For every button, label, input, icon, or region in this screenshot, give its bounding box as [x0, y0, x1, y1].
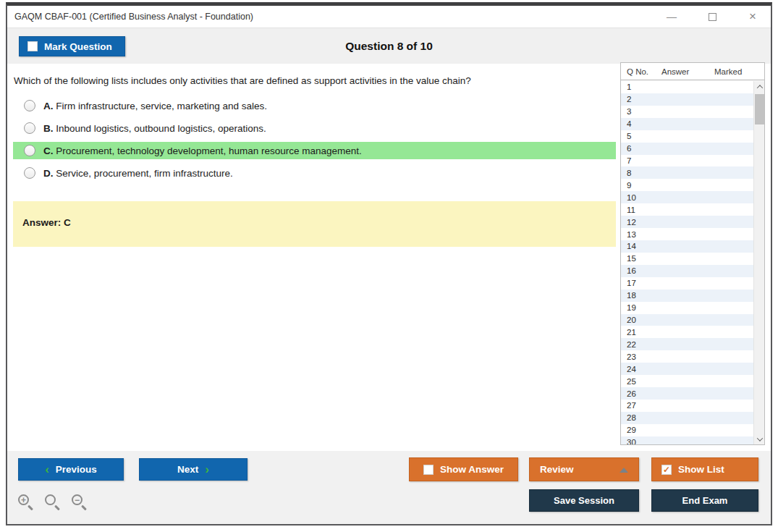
question-list-row[interactable]: 19: [621, 302, 764, 314]
show-answer-checkbox[interactable]: [423, 465, 434, 475]
show-list-checkbox[interactable]: ✓: [661, 465, 672, 475]
option-b-letter: B.: [43, 123, 54, 134]
option-d-radio[interactable]: [24, 167, 35, 179]
maximize-icon[interactable]: [704, 9, 720, 25]
option-d-text: Service, procurement, firm infrastructur…: [56, 168, 233, 179]
option-b-radio[interactable]: [24, 122, 35, 134]
save-session-label: Save Session: [554, 495, 614, 506]
next-button[interactable]: Next ›: [139, 458, 248, 481]
question-list-row[interactable]: 13: [621, 228, 764, 240]
triangle-up-icon: [620, 468, 628, 473]
scrollbar-thumb[interactable]: [755, 94, 764, 124]
main-content: Which of the following lists includes on…: [7, 64, 771, 451]
mark-question-checkbox[interactable]: [28, 41, 38, 51]
question-list-row[interactable]: 11: [621, 203, 764, 216]
show-list-label: Show List: [678, 464, 724, 475]
option-c-letter: C.: [43, 145, 54, 156]
question-list-row[interactable]: 21: [621, 326, 764, 338]
end-exam-button[interactable]: End Exam: [651, 489, 758, 512]
question-list-row[interactable]: 15: [621, 253, 764, 265]
question-list-row[interactable]: 2: [621, 93, 764, 106]
title-bar: GAQM CBAF-001 (Certified Business Analys…: [7, 6, 771, 28]
show-list-button[interactable]: ✓ Show List: [651, 457, 758, 481]
end-exam-label: End Exam: [682, 495, 728, 506]
question-list-row[interactable]: 28: [621, 412, 764, 424]
show-answer-button[interactable]: Show Answer: [409, 457, 518, 481]
question-list-scrollbar[interactable]: [753, 81, 764, 444]
chevron-right-icon: ›: [205, 463, 209, 476]
question-list-row[interactable]: 10: [621, 191, 764, 203]
question-list-row[interactable]: 3: [621, 106, 764, 118]
zoom-reset-icon[interactable]: [45, 494, 62, 512]
scroll-down-icon[interactable]: [754, 434, 765, 444]
close-icon[interactable]: ×: [745, 9, 761, 25]
column-answer: Answer: [661, 67, 714, 76]
scroll-up-icon[interactable]: [754, 81, 765, 92]
chevron-left-icon: ‹: [45, 463, 49, 476]
option-b-text: Inbound logistics, outbound logistics, o…: [56, 123, 266, 134]
option-a-letter: A.: [43, 101, 54, 111]
question-list-row[interactable]: 22: [621, 338, 764, 350]
save-session-button[interactable]: Save Session: [529, 489, 639, 512]
show-answer-label: Show Answer: [440, 464, 504, 475]
question-list-row[interactable]: 1: [621, 81, 764, 93]
question-list-row[interactable]: 27: [621, 400, 764, 412]
minimize-icon[interactable]: —: [664, 9, 680, 25]
question-list-panel: Q No. Answer Marked 12345678910111213141…: [620, 62, 765, 445]
app-window: GAQM CBAF-001 (Certified Business Analys…: [6, 2, 772, 525]
column-marked: Marked: [714, 67, 758, 76]
review-label: Review: [540, 464, 574, 475]
answer-text: Answer: C: [22, 217, 71, 228]
option-c-text: Procurement, technology development, hum…: [56, 145, 362, 156]
zoom-out-icon[interactable]: −: [72, 494, 89, 512]
option-a[interactable]: A. Firm infrastructure, service, marketi…: [13, 97, 616, 114]
option-d[interactable]: D. Service, procurement, firm infrastruc…: [13, 164, 616, 182]
next-label: Next: [177, 464, 198, 475]
question-list-row[interactable]: 25: [621, 375, 764, 387]
window-title: GAQM CBAF-001 (Certified Business Analys…: [14, 12, 253, 22]
review-button[interactable]: Review: [529, 457, 639, 481]
question-list-row[interactable]: 5: [621, 130, 764, 143]
question-list-row[interactable]: 7: [621, 155, 764, 167]
question-list-row[interactable]: 29: [621, 424, 764, 436]
question-list-header: Q No. Answer Marked: [621, 63, 764, 80]
question-text: Which of the following lists includes on…: [14, 75, 614, 86]
question-list-row[interactable]: 14: [621, 240, 764, 253]
option-c[interactable]: C. Procurement, technology development, …: [13, 142, 616, 159]
option-a-radio[interactable]: [24, 100, 35, 111]
zoom-tools: + −: [18, 494, 89, 512]
question-list: 1234567891011121314151617181920212223242…: [621, 81, 764, 444]
question-list-row[interactable]: 4: [621, 118, 764, 130]
column-qno: Q No.: [621, 67, 661, 76]
option-c-radio[interactable]: [24, 145, 35, 156]
window-controls: — ×: [664, 6, 761, 28]
zoom-in-icon[interactable]: +: [18, 494, 35, 512]
mark-question-label: Mark Question: [44, 41, 112, 52]
answer-box: Answer: C: [13, 201, 616, 247]
question-list-row[interactable]: 30: [621, 436, 764, 444]
bottom-bar: ‹ Previous Next › Show Answer Review ✓ S…: [7, 451, 771, 524]
previous-button[interactable]: ‹ Previous: [18, 458, 124, 481]
question-list-row[interactable]: 18: [621, 290, 764, 302]
question-list-row[interactable]: 26: [621, 387, 764, 400]
previous-label: Previous: [56, 464, 97, 475]
option-b[interactable]: B. Inbound logistics, outbound logistics…: [13, 119, 616, 137]
question-list-row[interactable]: 16: [621, 265, 764, 277]
header-band: Question 8 of 10 Mark Question: [7, 28, 771, 64]
option-d-letter: D.: [43, 168, 54, 179]
question-list-row[interactable]: 23: [621, 350, 764, 363]
options-list: A. Firm infrastructure, service, marketi…: [7, 97, 617, 187]
question-list-row[interactable]: 20: [621, 314, 764, 326]
option-a-text: Firm infrastructure, service, marketing …: [56, 101, 267, 111]
question-list-row[interactable]: 24: [621, 363, 764, 375]
question-list-row[interactable]: 12: [621, 216, 764, 228]
question-list-row[interactable]: 6: [621, 143, 764, 155]
question-list-row[interactable]: 9: [621, 179, 764, 191]
question-list-row[interactable]: 8: [621, 166, 764, 179]
mark-question-button[interactable]: Mark Question: [19, 36, 125, 56]
question-list-row[interactable]: 17: [621, 277, 764, 290]
